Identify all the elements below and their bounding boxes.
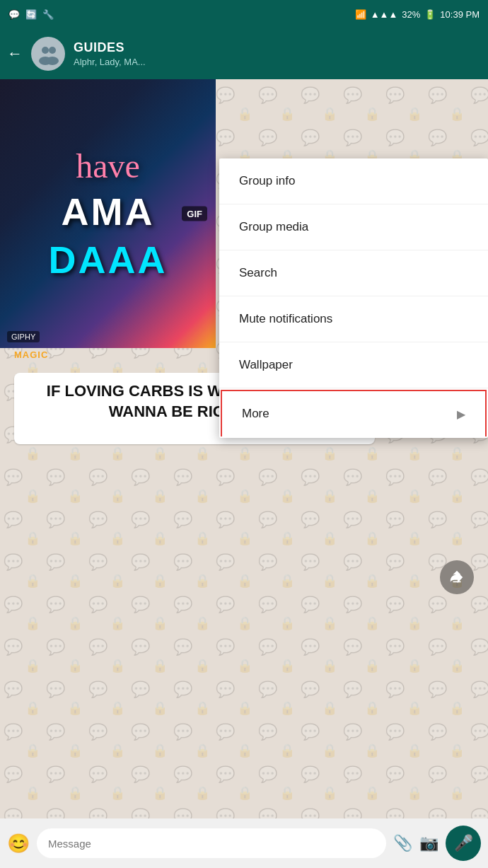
chevron-right-icon: ▶: [457, 407, 465, 421]
settings-icon: 🔧: [42, 9, 54, 20]
battery-icon: 🔋: [424, 9, 436, 20]
mic-icon: 🎤: [454, 834, 473, 852]
menu-item-group-info-label: Group info: [239, 174, 295, 188]
back-button[interactable]: ←: [7, 45, 23, 63]
menu-item-group-info[interactable]: Group info: [219, 158, 488, 204]
menu-item-wallpaper-label: Wallpaper: [239, 358, 293, 372]
wifi-icon: 📶: [355, 9, 366, 20]
header-info[interactable]: GUIDES Alphr, Lady, MA...: [74, 40, 481, 67]
menu-item-search-label: Search: [239, 266, 277, 280]
status-bar: 💬 🔄 🔧 📶 ▲▲▲ 32% 🔋 10:39 PM: [0, 0, 488, 28]
status-bar-right: 📶 ▲▲▲ 32% 🔋 10:39 PM: [355, 9, 480, 20]
group-avatar[interactable]: [31, 37, 65, 71]
signal-icon: ▲▲▲: [371, 9, 398, 20]
attach-button[interactable]: 📎: [393, 834, 412, 852]
menu-item-group-media[interactable]: Group media: [219, 204, 488, 250]
menu-item-search[interactable]: Search: [219, 250, 488, 296]
sync-icon: 🔄: [25, 9, 37, 20]
svg-point-0: [42, 47, 49, 54]
chat-area: 💬 🔒 have AMA DAAA GIF GIPHY MAGIC IF LOV…: [0, 79, 488, 818]
group-name: GUIDES: [74, 40, 481, 55]
svg-point-1: [49, 47, 56, 54]
chat-header: ← GUIDES Alphr, Lady, MA...: [0, 28, 488, 79]
dropdown-menu: Group info Group media Search Mute notif…: [219, 158, 488, 438]
menu-item-more[interactable]: More ▶: [221, 390, 487, 436]
menu-item-more-label: More: [242, 407, 269, 421]
camera-button[interactable]: 📷: [419, 834, 438, 852]
message-input[interactable]: [37, 828, 386, 858]
input-bar: 😊 📎 📷 🎤: [0, 818, 488, 868]
menu-item-mute-label: Mute notifications: [239, 312, 332, 326]
status-bar-left: 💬 🔄 🔧: [8, 9, 54, 20]
battery-percent: 32%: [402, 9, 420, 20]
group-members: Alphr, Lady, MA...: [74, 57, 481, 67]
emoji-button[interactable]: 😊: [7, 833, 30, 855]
mic-button[interactable]: 🎤: [446, 826, 481, 861]
menu-item-mute-notifications[interactable]: Mute notifications: [219, 296, 488, 342]
svg-point-3: [46, 57, 59, 65]
menu-item-wallpaper[interactable]: Wallpaper: [219, 342, 488, 388]
menu-item-group-media-label: Group media: [239, 220, 308, 234]
notification-icon: 💬: [8, 9, 20, 20]
time-display: 10:39 PM: [440, 9, 480, 20]
